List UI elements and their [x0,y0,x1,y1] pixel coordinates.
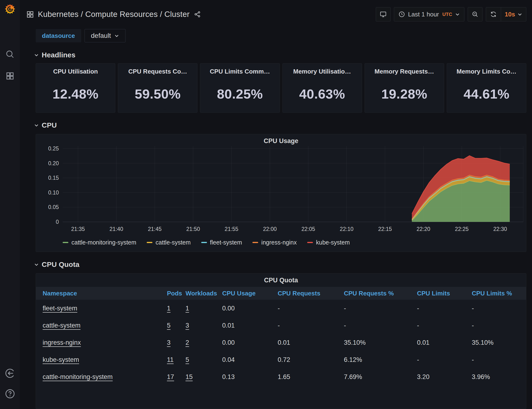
legend-item[interactable]: fleet-system [201,239,242,246]
help-icon[interactable] [5,389,15,399]
cell-cpu_usage: 0.04 [222,356,278,363]
zoom-out-icon [472,11,479,18]
svg-text:22:00: 22:00 [263,226,277,232]
workloads-link[interactable]: 5 [186,356,189,363]
sign-out-icon[interactable] [5,368,15,379]
cell-workloads: 5 [186,356,222,363]
svg-text:22:25: 22:25 [455,226,469,232]
stat-panel-title[interactable]: Memory Utilisatio… [293,68,351,75]
column-header-namespace[interactable]: Namespace [43,290,167,297]
table-row: kube-system1150.040.726.12%-- [36,351,526,368]
cell-cpu_requests: - [278,305,344,312]
stat-panel-title[interactable]: Memory Limits Co… [457,68,516,75]
workloads-link[interactable]: 3 [186,322,189,329]
cell-cpu_requests: 0.01 [278,339,344,346]
svg-text:0.10: 0.10 [48,189,59,196]
dashboards-icon[interactable] [5,71,15,81]
workloads-link[interactable]: 1 [186,305,189,312]
legend-color-dash [201,242,207,243]
timezone-label: UTC [442,12,452,17]
panel-title[interactable]: CPU Usage [36,134,526,146]
time-range-picker[interactable]: Last 1 hour UTC [394,7,464,21]
svg-text:0.05: 0.05 [48,204,59,210]
chevron-down-icon [34,123,39,128]
namespace-link[interactable]: cattle-monitoring-system [43,373,113,381]
stat-panel-title[interactable]: CPU Utilisation [53,68,98,75]
pods-link[interactable]: 1 [167,305,170,312]
refresh-controls: 10s [486,7,526,21]
legend-item[interactable]: cattle-monitoring-system [63,239,136,246]
section-cpu[interactable]: CPU [20,113,532,133]
refresh-interval-label: 10s [505,11,515,18]
refresh-button[interactable] [486,7,501,21]
cpu-usage-panel: CPU Usage 21:3521:4021:4521:5021:5522:00… [36,134,526,252]
stat-panel-title[interactable]: Memory Requests… [374,68,434,75]
cell-cpu_limits_pct: - [472,356,519,363]
cell-cpu_limits: - [417,322,472,329]
svg-text:22:20: 22:20 [417,226,430,232]
cell-namespace: fleet-system [43,305,167,312]
column-header-pods[interactable]: Pods [167,290,186,297]
cell-pods: 11 [167,356,186,363]
zoom-out-button[interactable] [468,7,483,21]
column-header-cpu_limits[interactable]: CPU Limits [417,290,472,297]
cell-cpu_usage: 0.00 [222,339,278,346]
section-headlines[interactable]: Headlines [20,42,532,62]
svg-text:0.15: 0.15 [48,175,59,181]
workloads-link[interactable]: 2 [186,339,189,346]
pods-link[interactable]: 11 [167,356,174,363]
stat-panel: CPU Limits Comm…80.25% [200,63,280,113]
chevron-down-icon [455,12,460,17]
namespace-link[interactable]: ingress-nginx [43,339,81,346]
cell-cpu_requests_pct: 6.12% [344,356,417,363]
datasource-label: datasource [36,29,81,42]
pods-link[interactable]: 17 [167,373,174,381]
stat-panel: CPU Utilisation12.48% [36,63,115,113]
stat-panel: CPU Requests Co…59.50% [118,63,197,113]
table-row: cattle-monitoring-system17150.131.657.69… [36,368,526,385]
column-header-cpu_requests_pct[interactable]: CPU Requests % [344,290,417,297]
cell-cpu_limits: 0.01 [417,339,472,346]
share-icon[interactable] [194,11,201,18]
pods-link[interactable]: 3 [167,339,170,346]
grafana-logo[interactable] [4,3,16,15]
cell-pods: 3 [167,339,186,346]
stat-panel-title[interactable]: CPU Limits Comm… [210,68,270,75]
cell-workloads: 2 [186,339,222,346]
tv-mode-button[interactable] [376,7,391,21]
namespace-link[interactable]: cattle-system [43,322,81,329]
cpu-usage-chart: 21:3521:4021:4521:5021:5522:0022:0522:10… [36,146,527,237]
column-header-cpu_requests[interactable]: CPU Requests [278,290,344,297]
svg-text:21:45: 21:45 [148,226,162,232]
svg-text:22:30: 22:30 [494,226,507,232]
column-header-cpu_limits_pct[interactable]: CPU Limits % [472,290,519,297]
namespace-link[interactable]: fleet-system [43,305,77,312]
refresh-interval-dropdown[interactable]: 10s [501,7,526,21]
legend-label: kube-system [316,239,350,246]
column-header-cpu_usage[interactable]: CPU Usage [222,290,278,297]
column-header-workloads[interactable]: Workloads [186,290,222,297]
section-title: Headlines [42,51,75,59]
legend-color-dash [147,242,152,243]
search-icon[interactable] [5,49,15,59]
legend-item[interactable]: cattle-system [147,239,190,246]
datasource-select[interactable]: default [84,29,125,42]
cell-cpu_limits_pct: 35.10% [472,339,519,346]
namespace-link[interactable]: kube-system [43,356,79,363]
svg-text:22:10: 22:10 [340,226,354,232]
svg-text:22:15: 22:15 [378,226,392,232]
pods-link[interactable]: 5 [167,322,170,329]
section-cpu-quota[interactable]: CPU Quota [20,252,532,272]
legend-item[interactable]: kube-system [307,239,350,246]
cell-cpu_requests: 1.65 [278,373,344,381]
chart-legend: cattle-monitoring-systemcattle-systemfle… [36,237,526,246]
svg-text:21:55: 21:55 [224,226,238,232]
stat-panel-title[interactable]: CPU Requests Co… [128,68,187,75]
panel-title[interactable]: CPU Quota [36,274,526,285]
svg-text:0.25: 0.25 [48,146,59,152]
dashboard-grid-icon[interactable] [27,11,34,18]
stat-value: 12.48% [53,75,99,112]
legend-item[interactable]: ingress-nginx [252,239,297,246]
workloads-link[interactable]: 15 [186,373,193,381]
cell-cpu_requests_pct: - [344,305,417,312]
